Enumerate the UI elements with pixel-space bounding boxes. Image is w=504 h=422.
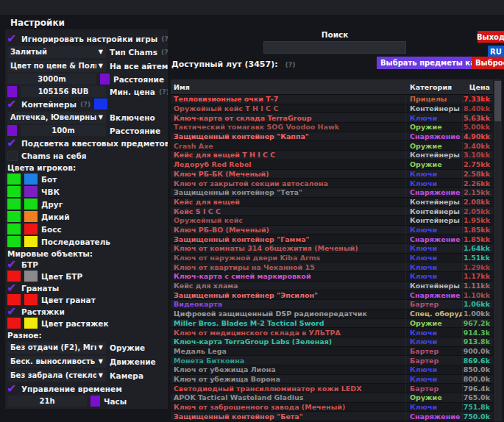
checkbox-tripwires-icon[interactable] xyxy=(7,307,18,317)
distance-input[interactable]: 3000m xyxy=(7,74,96,85)
loot-item-category: Снаряжение xyxy=(405,188,462,197)
weapon-dropdown[interactable]: Без отдачи (F2), Мгновенное п ▼ xyxy=(7,342,106,354)
tripwire-color-swatch-2[interactable] xyxy=(24,318,38,329)
scrollbar-thumb[interactable] xyxy=(494,81,501,121)
checkbox-grenades-icon[interactable] xyxy=(7,283,18,293)
tripwire-color-swatch-1[interactable] xyxy=(7,318,21,329)
hidden-color-swatch[interactable] xyxy=(24,211,38,222)
loot-item-category: Ключи xyxy=(405,226,462,235)
setting-label: Chams на себя xyxy=(21,151,87,160)
setting-chams-self[interactable]: Chams на себя xyxy=(7,149,166,162)
table-row[interactable]: Кейс S I C CКонтейнеры2.05kk xyxy=(171,207,493,216)
table-row[interactable]: Miller Bros. Blades M-2 Tactical SwordОр… xyxy=(171,319,493,329)
hidden-color-swatch[interactable] xyxy=(24,186,38,197)
visible-color-swatch[interactable] xyxy=(7,236,21,247)
table-row[interactable]: Ледоруб Red RebelОружие2.75kk xyxy=(171,160,493,170)
table-row[interactable]: Монета БиткоинаБартер869.6k xyxy=(171,356,493,365)
table-row[interactable]: Защищенный контейнер "Бета"Снаряжение750… xyxy=(171,412,493,421)
table-row[interactable]: Ключ РБ-БК (Меченый)Ключи2.58kk xyxy=(171,170,493,179)
setting-quest-highlight[interactable]: Подсветка квестовых предметов xyxy=(7,137,166,149)
table-row[interactable]: APOK Tactical Wasteland GladiusОружие765… xyxy=(171,393,493,403)
movement-dropdown[interactable]: Беск. выносливость и нет уста ▼ xyxy=(7,356,106,368)
table-row[interactable]: Оружейный кейс T H I C CКонтейнеры8.40kk xyxy=(171,104,493,114)
column-header-price[interactable]: Цена xyxy=(462,79,493,94)
hidden-color-swatch[interactable] xyxy=(24,199,38,210)
discard-all-button[interactable]: Выбросить все xyxy=(472,57,504,69)
containers-filter-dropdown[interactable]: Аптечка, Ювелирные и... ▼ xyxy=(7,112,106,124)
table-row[interactable]: Ключ от убежища ВоронаКлючи800.0k xyxy=(171,375,493,385)
all-items-dropdown[interactable]: Цвет по цене & Пользователь ▼ xyxy=(7,60,106,72)
table-row[interactable]: Оружейный кейсКонтейнеры1.95kk xyxy=(171,216,493,226)
table-row[interactable]: Защищенный контейнер "Тета"Снаряжение2.1… xyxy=(171,188,493,198)
table-row[interactable]: Медаль LegaБартер900.0k xyxy=(171,347,493,357)
table-row[interactable]: Светодиодный трансиллюминатор кожи LEDXБ… xyxy=(171,384,493,393)
loot-item-name: Оружейный кейс T H I C C xyxy=(171,104,405,112)
containers-color-swatch[interactable] xyxy=(94,99,107,110)
setting-time-control[interactable]: Управление временем xyxy=(7,382,166,395)
distance-color-swatch[interactable] xyxy=(100,74,110,85)
checkbox-time-control-icon[interactable] xyxy=(7,384,18,394)
btr-color-swatch-2[interactable] xyxy=(24,271,38,282)
table-row[interactable]: Защищенный контейнер "Эпсилон"Снаряжение… xyxy=(171,290,493,300)
containers-distance-input[interactable]: 100m xyxy=(21,125,106,136)
hidden-color-swatch[interactable] xyxy=(24,174,38,185)
camera-dropdown[interactable]: Без забрала (стекло шлема) ▼ xyxy=(7,370,106,382)
setting-containers-distance: 100m Расстояние xyxy=(7,124,166,137)
language-button[interactable]: RU xyxy=(488,46,504,57)
table-row[interactable]: Кейс для вещей T H I C CКонтейнеры3.10kk xyxy=(171,151,493,160)
table-row[interactable]: Ключ от заброшенного завода (Меченый)Клю… xyxy=(171,403,493,412)
loot-item-name: Защищенный контейнер "Гамма" xyxy=(171,235,405,243)
checkbox-quest-highlight-icon[interactable] xyxy=(7,138,18,149)
table-row[interactable]: Ключ от закрытой секции автосалонаКлючи2… xyxy=(171,179,493,188)
visible-color-swatch[interactable] xyxy=(7,223,21,235)
table-row[interactable]: Ключ от медицинского склада в УЛЬТРАКлюч… xyxy=(171,328,493,337)
checkbox-btr-icon[interactable] xyxy=(7,260,18,270)
visible-color-swatch[interactable] xyxy=(7,199,21,210)
setting-btr[interactable]: БТР xyxy=(7,259,166,270)
table-row[interactable]: Ключ РБ-ВО (Меченый)Ключи1.85kk xyxy=(171,226,493,235)
table-row[interactable]: Ключ-карта от склада TerraGroupКлючи5.63… xyxy=(171,113,493,123)
table-row[interactable]: Защищенный контейнер "Каппа"Снаряжение4.… xyxy=(171,132,493,142)
checkbox-chams-self-icon[interactable] xyxy=(7,151,18,161)
hidden-color-swatch[interactable] xyxy=(24,223,38,235)
table-row[interactable]: Кейс для вещейКонтейнеры2.08kk xyxy=(171,198,493,207)
setting-containers[interactable]: Контейнеры (?) xyxy=(7,98,166,110)
containers-distance-color-swatch[interactable] xyxy=(7,125,17,136)
table-row[interactable]: Crash AxeОружие3.40kk xyxy=(171,141,493,151)
min-price-input[interactable]: 105156 RUB xyxy=(21,86,106,97)
hours-color-swatch[interactable] xyxy=(90,396,100,407)
table-row[interactable]: Ключ от комнаты 314 общежития (Меченый)К… xyxy=(171,244,493,254)
table-row[interactable]: Ключ от квартиры на Чеканной 15Ключи1.29… xyxy=(171,262,493,272)
visible-color-swatch[interactable] xyxy=(7,211,21,222)
checkbox-ignore-game-icon[interactable] xyxy=(7,34,18,44)
table-row[interactable]: Кейс для хламаКонтейнеры1.11kk xyxy=(171,282,493,291)
table-row[interactable]: Цифровой защищенный DSP радиопередатчикС… xyxy=(171,310,493,319)
table-row[interactable]: Ключ-карта TerraGroup Labs (Зеленая)Ключ… xyxy=(171,337,493,347)
loot-item-name: Защищенный контейнер "Каппа" xyxy=(171,132,405,140)
setting-tripwires[interactable]: Растяжки xyxy=(7,306,166,317)
search-input[interactable] xyxy=(263,41,406,54)
hours-input[interactable]: 21h xyxy=(7,396,87,407)
loot-table-scrollbar[interactable] xyxy=(494,79,502,421)
column-header-category[interactable]: Категория xyxy=(405,79,462,94)
exit-button[interactable]: Выход xyxy=(478,31,504,43)
table-row[interactable]: ВидеокартаБартер1.06kk xyxy=(171,300,493,310)
chams-type-dropdown[interactable]: Залитый ▼ xyxy=(7,46,106,58)
cheat-menu-window: Настройки Игнорировать настройки игры (?… xyxy=(0,0,504,422)
setting-ignore-game[interactable]: Игнорировать настройки игры (?) xyxy=(7,32,166,45)
setting-grenades[interactable]: Гранаты xyxy=(7,282,166,293)
table-row[interactable]: Ключ от убежища ЛионаКлючи850.0k xyxy=(171,365,493,375)
loot-item-price: 4.90kk xyxy=(462,132,493,141)
checkbox-containers-icon[interactable] xyxy=(7,99,18,110)
table-row[interactable]: Защищенный контейнер "Гамма"Снаряжение1.… xyxy=(171,235,493,244)
min-price-color-swatch[interactable] xyxy=(7,86,17,97)
table-row[interactable]: Ключ от наружной двери Kiba ArmsКлючи1.5… xyxy=(171,254,493,263)
hidden-color-swatch[interactable] xyxy=(24,236,38,247)
column-header-name[interactable]: Имя xyxy=(171,83,405,91)
visible-color-swatch[interactable] xyxy=(7,174,21,185)
visible-color-swatch[interactable] xyxy=(7,186,21,197)
table-row[interactable]: Ключ-карта с синей маркировкойКлючи1.17k… xyxy=(171,272,493,282)
table-row[interactable]: Тактический томагавк SOG Voodoo HawkОруж… xyxy=(171,123,493,132)
table-row[interactable]: Тепловизионные очки Т-7Прицелы17.33kk xyxy=(171,95,493,104)
grenade-color-swatch-2[interactable] xyxy=(24,294,38,305)
